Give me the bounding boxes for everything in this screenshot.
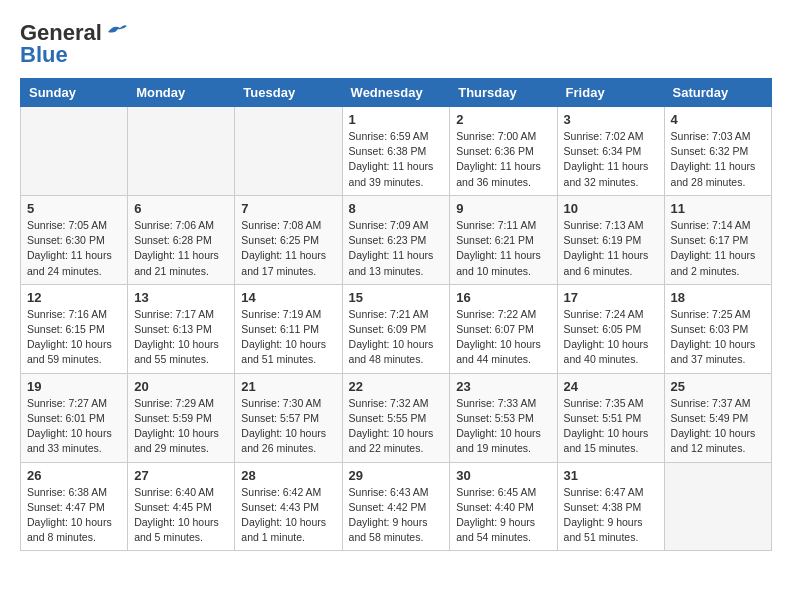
day-number: 29 (349, 468, 444, 483)
day-info: Sunrise: 7:22 AM Sunset: 6:07 PM Dayligh… (456, 307, 550, 368)
day-info: Sunrise: 7:08 AM Sunset: 6:25 PM Dayligh… (241, 218, 335, 279)
calendar-week-row: 12Sunrise: 7:16 AM Sunset: 6:15 PM Dayli… (21, 284, 772, 373)
calendar-cell: 21Sunrise: 7:30 AM Sunset: 5:57 PM Dayli… (235, 373, 342, 462)
calendar-cell: 29Sunrise: 6:43 AM Sunset: 4:42 PM Dayli… (342, 462, 450, 551)
day-number: 5 (27, 201, 121, 216)
day-number: 18 (671, 290, 765, 305)
calendar-cell: 13Sunrise: 7:17 AM Sunset: 6:13 PM Dayli… (128, 284, 235, 373)
day-number: 2 (456, 112, 550, 127)
day-number: 15 (349, 290, 444, 305)
day-number: 6 (134, 201, 228, 216)
calendar-cell: 15Sunrise: 7:21 AM Sunset: 6:09 PM Dayli… (342, 284, 450, 373)
weekday-header-row: SundayMondayTuesdayWednesdayThursdayFrid… (21, 79, 772, 107)
day-number: 12 (27, 290, 121, 305)
calendar-week-row: 1Sunrise: 6:59 AM Sunset: 6:38 PM Daylig… (21, 107, 772, 196)
calendar-cell: 16Sunrise: 7:22 AM Sunset: 6:07 PM Dayli… (450, 284, 557, 373)
weekday-header-thursday: Thursday (450, 79, 557, 107)
calendar-cell: 10Sunrise: 7:13 AM Sunset: 6:19 PM Dayli… (557, 195, 664, 284)
calendar-cell: 26Sunrise: 6:38 AM Sunset: 4:47 PM Dayli… (21, 462, 128, 551)
day-info: Sunrise: 7:11 AM Sunset: 6:21 PM Dayligh… (456, 218, 550, 279)
calendar-cell: 27Sunrise: 6:40 AM Sunset: 4:45 PM Dayli… (128, 462, 235, 551)
day-info: Sunrise: 7:06 AM Sunset: 6:28 PM Dayligh… (134, 218, 228, 279)
calendar-week-row: 19Sunrise: 7:27 AM Sunset: 6:01 PM Dayli… (21, 373, 772, 462)
day-number: 19 (27, 379, 121, 394)
weekday-header-saturday: Saturday (664, 79, 771, 107)
calendar-cell: 30Sunrise: 6:45 AM Sunset: 4:40 PM Dayli… (450, 462, 557, 551)
calendar-cell: 24Sunrise: 7:35 AM Sunset: 5:51 PM Dayli… (557, 373, 664, 462)
day-info: Sunrise: 7:30 AM Sunset: 5:57 PM Dayligh… (241, 396, 335, 457)
day-info: Sunrise: 7:21 AM Sunset: 6:09 PM Dayligh… (349, 307, 444, 368)
day-info: Sunrise: 6:47 AM Sunset: 4:38 PM Dayligh… (564, 485, 658, 546)
calendar-cell: 1Sunrise: 6:59 AM Sunset: 6:38 PM Daylig… (342, 107, 450, 196)
day-info: Sunrise: 7:13 AM Sunset: 6:19 PM Dayligh… (564, 218, 658, 279)
logo: General Blue (20, 20, 128, 68)
weekday-header-monday: Monday (128, 79, 235, 107)
day-info: Sunrise: 7:03 AM Sunset: 6:32 PM Dayligh… (671, 129, 765, 190)
day-info: Sunrise: 6:45 AM Sunset: 4:40 PM Dayligh… (456, 485, 550, 546)
day-info: Sunrise: 7:19 AM Sunset: 6:11 PM Dayligh… (241, 307, 335, 368)
calendar-cell: 17Sunrise: 7:24 AM Sunset: 6:05 PM Dayli… (557, 284, 664, 373)
day-number: 14 (241, 290, 335, 305)
logo-blue-text: Blue (20, 42, 68, 68)
calendar-cell: 2Sunrise: 7:00 AM Sunset: 6:36 PM Daylig… (450, 107, 557, 196)
calendar-cell: 7Sunrise: 7:08 AM Sunset: 6:25 PM Daylig… (235, 195, 342, 284)
day-info: Sunrise: 7:29 AM Sunset: 5:59 PM Dayligh… (134, 396, 228, 457)
day-number: 22 (349, 379, 444, 394)
calendar-cell: 12Sunrise: 7:16 AM Sunset: 6:15 PM Dayli… (21, 284, 128, 373)
day-info: Sunrise: 7:05 AM Sunset: 6:30 PM Dayligh… (27, 218, 121, 279)
calendar-cell: 25Sunrise: 7:37 AM Sunset: 5:49 PM Dayli… (664, 373, 771, 462)
day-info: Sunrise: 7:16 AM Sunset: 6:15 PM Dayligh… (27, 307, 121, 368)
calendar-cell: 6Sunrise: 7:06 AM Sunset: 6:28 PM Daylig… (128, 195, 235, 284)
day-number: 21 (241, 379, 335, 394)
day-info: Sunrise: 7:35 AM Sunset: 5:51 PM Dayligh… (564, 396, 658, 457)
day-info: Sunrise: 7:17 AM Sunset: 6:13 PM Dayligh… (134, 307, 228, 368)
calendar-table: SundayMondayTuesdayWednesdayThursdayFrid… (20, 78, 772, 551)
day-number: 28 (241, 468, 335, 483)
day-number: 13 (134, 290, 228, 305)
weekday-header-tuesday: Tuesday (235, 79, 342, 107)
day-number: 23 (456, 379, 550, 394)
calendar-week-row: 5Sunrise: 7:05 AM Sunset: 6:30 PM Daylig… (21, 195, 772, 284)
weekday-header-wednesday: Wednesday (342, 79, 450, 107)
day-info: Sunrise: 7:00 AM Sunset: 6:36 PM Dayligh… (456, 129, 550, 190)
day-info: Sunrise: 7:33 AM Sunset: 5:53 PM Dayligh… (456, 396, 550, 457)
day-number: 10 (564, 201, 658, 216)
day-number: 20 (134, 379, 228, 394)
calendar-cell: 18Sunrise: 7:25 AM Sunset: 6:03 PM Dayli… (664, 284, 771, 373)
calendar-cell: 4Sunrise: 7:03 AM Sunset: 6:32 PM Daylig… (664, 107, 771, 196)
day-number: 17 (564, 290, 658, 305)
calendar-cell: 9Sunrise: 7:11 AM Sunset: 6:21 PM Daylig… (450, 195, 557, 284)
day-info: Sunrise: 6:43 AM Sunset: 4:42 PM Dayligh… (349, 485, 444, 546)
day-number: 7 (241, 201, 335, 216)
day-number: 11 (671, 201, 765, 216)
day-info: Sunrise: 7:37 AM Sunset: 5:49 PM Dayligh… (671, 396, 765, 457)
calendar-cell: 20Sunrise: 7:29 AM Sunset: 5:59 PM Dayli… (128, 373, 235, 462)
day-info: Sunrise: 6:59 AM Sunset: 6:38 PM Dayligh… (349, 129, 444, 190)
calendar-week-row: 26Sunrise: 6:38 AM Sunset: 4:47 PM Dayli… (21, 462, 772, 551)
day-number: 30 (456, 468, 550, 483)
day-info: Sunrise: 7:27 AM Sunset: 6:01 PM Dayligh… (27, 396, 121, 457)
day-info: Sunrise: 6:40 AM Sunset: 4:45 PM Dayligh… (134, 485, 228, 546)
calendar-cell: 23Sunrise: 7:33 AM Sunset: 5:53 PM Dayli… (450, 373, 557, 462)
calendar-cell: 28Sunrise: 6:42 AM Sunset: 4:43 PM Dayli… (235, 462, 342, 551)
day-info: Sunrise: 7:14 AM Sunset: 6:17 PM Dayligh… (671, 218, 765, 279)
day-number: 4 (671, 112, 765, 127)
day-number: 9 (456, 201, 550, 216)
day-info: Sunrise: 6:38 AM Sunset: 4:47 PM Dayligh… (27, 485, 121, 546)
page-header: General Blue (20, 20, 772, 68)
day-number: 1 (349, 112, 444, 127)
calendar-cell: 5Sunrise: 7:05 AM Sunset: 6:30 PM Daylig… (21, 195, 128, 284)
calendar-cell (128, 107, 235, 196)
day-number: 24 (564, 379, 658, 394)
weekday-header-sunday: Sunday (21, 79, 128, 107)
day-number: 16 (456, 290, 550, 305)
calendar-cell (664, 462, 771, 551)
day-info: Sunrise: 7:24 AM Sunset: 6:05 PM Dayligh… (564, 307, 658, 368)
calendar-cell: 8Sunrise: 7:09 AM Sunset: 6:23 PM Daylig… (342, 195, 450, 284)
calendar-cell: 19Sunrise: 7:27 AM Sunset: 6:01 PM Dayli… (21, 373, 128, 462)
calendar-cell: 11Sunrise: 7:14 AM Sunset: 6:17 PM Dayli… (664, 195, 771, 284)
day-number: 25 (671, 379, 765, 394)
day-number: 27 (134, 468, 228, 483)
calendar-cell: 14Sunrise: 7:19 AM Sunset: 6:11 PM Dayli… (235, 284, 342, 373)
calendar-cell: 22Sunrise: 7:32 AM Sunset: 5:55 PM Dayli… (342, 373, 450, 462)
